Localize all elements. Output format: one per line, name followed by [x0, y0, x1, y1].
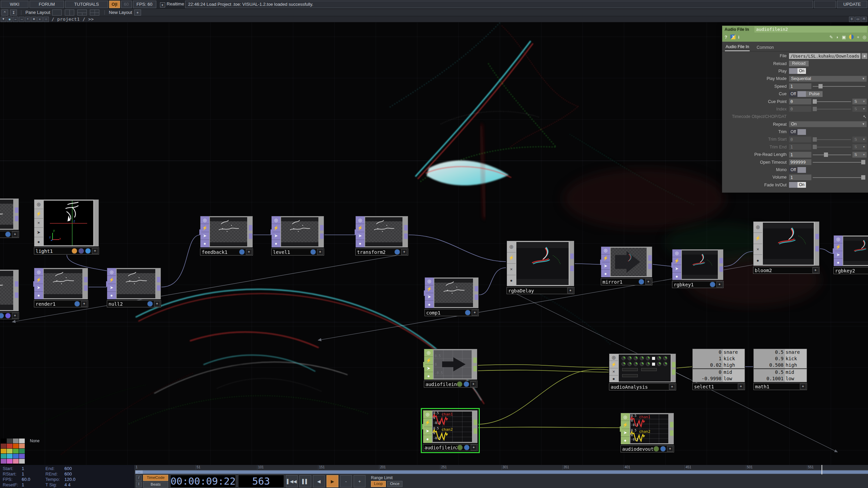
output-connector[interactable] — [249, 233, 252, 239]
floating-window-icon[interactable]: ▭ — [855, 17, 861, 22]
node-star-button[interactable]: ✦ — [567, 288, 573, 293]
bomb-flag-icon[interactable]: ● — [200, 240, 209, 247]
palette-swatch[interactable] — [1, 444, 6, 448]
output-connector[interactable] — [672, 369, 675, 375]
render-flag-icon[interactable]: ⚡ — [423, 419, 432, 427]
node-color-dot[interactable] — [464, 445, 470, 450]
timeline-range-bar[interactable]: ... — [135, 470, 868, 474]
layout-preset-split-h[interactable] — [77, 9, 87, 16]
node-label[interactable]: audiodevout1 — [621, 446, 653, 452]
node-label[interactable]: rgbkey1 — [672, 282, 710, 287]
output-connector[interactable] — [95, 213, 98, 218]
param-value-field[interactable]: 1 — [789, 83, 811, 89]
node-label[interactable]: feedback1 — [200, 249, 239, 255]
node-edge2[interactable]: ◎⚡➤●✦ — [0, 269, 19, 319]
node-color-dot[interactable] — [5, 231, 11, 237]
node-math1[interactable]: 0.5snare0.9kick0.508high0.5mid0.1001lowm… — [753, 349, 807, 390]
render-flag-icon[interactable]: ⚡ — [34, 276, 43, 284]
node-color-dot[interactable] — [457, 381, 462, 387]
setting-value[interactable]: 1 — [22, 471, 45, 477]
viewer-flag-icon[interactable]: ◎ — [34, 268, 43, 276]
setting-value[interactable]: 1 — [22, 482, 45, 488]
node-label[interactable]: level1 — [272, 249, 310, 255]
bomb-flag-icon[interactable]: ● — [753, 255, 762, 266]
setting-value[interactable]: 600 — [64, 471, 88, 477]
node-viewer[interactable] — [681, 249, 719, 280]
node-comp1[interactable]: ◎⚡➤●comp1✦ — [425, 277, 479, 316]
bookmark-star-icon[interactable]: ★ — [31, 17, 37, 22]
node-bloom2[interactable]: ◎⚡×●bloom2✦ — [753, 221, 820, 274]
node-render1[interactable]: ◎⚡➤●render1✦ — [34, 268, 88, 307]
forum-button[interactable]: FORUM — [29, 1, 64, 8]
param-value-field[interactable]: 0 — [789, 99, 811, 104]
node-viewer[interactable]: 0.50-0.5chan10.50-0.5chan2 — [630, 413, 669, 444]
palette-swatch[interactable] — [13, 444, 19, 448]
output-connector[interactable] — [815, 246, 819, 251]
render-flag-icon[interactable]: ⚡ — [834, 243, 843, 251]
node-viewer[interactable] — [43, 268, 83, 299]
output-connector[interactable] — [157, 277, 160, 282]
export-flag-icon[interactable]: ➤ — [272, 232, 280, 240]
pane-maximize-icon[interactable]: ■ — [7, 17, 12, 22]
export-flag-icon[interactable]: ➤ — [200, 232, 209, 240]
param-slider[interactable] — [813, 106, 851, 112]
jump-start-button[interactable]: ▌◀◀ — [286, 475, 298, 487]
realtime-checkbox[interactable]: x — [160, 2, 165, 7]
node-viewer[interactable] — [0, 199, 14, 230]
node-star-button[interactable]: ✦ — [645, 279, 651, 285]
node-viewer[interactable] — [843, 236, 868, 266]
render-flag-icon[interactable]: ⚡ — [425, 285, 434, 293]
comment-icon[interactable]: ◗ — [836, 35, 839, 40]
node-transform2[interactable]: ◎⚡➤●transform2✦ — [355, 216, 408, 256]
wiki-button[interactable]: WIKI — [1, 1, 28, 8]
input-connector[interactable] — [752, 240, 754, 246]
palette-swatch[interactable] — [7, 439, 13, 443]
toggle-on[interactable]: On — [789, 68, 806, 74]
range-handle[interactable]: ... — [135, 470, 143, 474]
palette-swatch[interactable] — [13, 454, 19, 459]
bomb-flag-icon[interactable]: ● — [601, 270, 610, 277]
bomb-flag-icon[interactable]: ● — [425, 301, 434, 308]
node-star-button[interactable]: ✦ — [812, 267, 818, 273]
output-connector[interactable] — [15, 281, 18, 287]
render-flag-icon[interactable]: ⚡ — [200, 224, 209, 232]
timeline-ruler[interactable]: 151101151201251301351401451501551 — [135, 465, 868, 470]
setting-value[interactable]: 1 — [22, 466, 45, 471]
palette-none-label[interactable]: None — [30, 439, 40, 443]
node-label[interactable]: rgbaDelay — [507, 288, 567, 293]
output-connector[interactable] — [719, 266, 723, 272]
bomb-flag-icon[interactable]: ● — [34, 237, 43, 246]
loop-button[interactable]: Loop — [371, 481, 386, 487]
node-color-dot[interactable] — [72, 248, 77, 254]
output-connector[interactable] — [15, 207, 18, 213]
viewer-flag-icon[interactable]: ◎ — [507, 241, 516, 252]
node-viewer[interactable] — [516, 241, 570, 286]
node-viewer[interactable] — [280, 216, 319, 247]
input-connector[interactable] — [422, 424, 424, 429]
pane-type-dropdown[interactable]: ▼ — [1, 17, 6, 22]
export-flag-icon[interactable]: ➤ — [425, 293, 434, 301]
layout-preset-single[interactable] — [52, 9, 62, 16]
once-button[interactable]: Once — [387, 481, 403, 487]
node-level1[interactable]: ◎⚡➤●level1✦ — [271, 216, 324, 256]
output-connector[interactable] — [320, 233, 323, 239]
save-layout-icon[interactable]: ↧ — [10, 9, 17, 16]
input-connector[interactable] — [106, 281, 108, 287]
palette-swatch[interactable] — [19, 454, 25, 459]
node-label[interactable]: rgbkey2 — [834, 268, 868, 273]
node-audiofilein1[interactable]: ◎⚡➤●0.50-0.5audiofilein1✦ — [424, 349, 477, 388]
node-viewer[interactable] — [618, 354, 671, 382]
export-flag-icon[interactable]: ➤ — [424, 365, 433, 372]
palette-swatch[interactable] — [7, 454, 13, 459]
palette-swatch[interactable] — [13, 449, 19, 453]
node-color-dot[interactable] — [310, 249, 316, 255]
node-color-dot[interactable] — [638, 279, 644, 285]
output-connector[interactable] — [404, 225, 408, 230]
realtime-toggle[interactable]: xRealtime — [160, 1, 184, 7]
node-viewer[interactable]: 0.50-0.5 — [433, 349, 473, 380]
node-color-dot[interactable] — [74, 301, 80, 307]
palette-swatch[interactable] — [13, 439, 19, 443]
up-levels-icon[interactable]: » — [37, 17, 43, 22]
node-feedback1[interactable]: ◎⚡➤●feedback1✦ — [200, 216, 253, 256]
input-connector[interactable] — [423, 362, 425, 367]
